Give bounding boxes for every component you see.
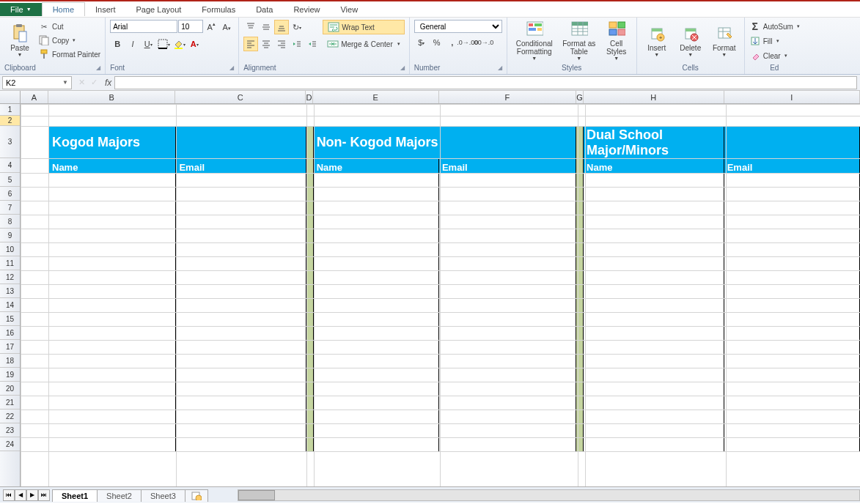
orientation-button[interactable]: ↻▾ — [290, 20, 304, 34]
fill-color-button[interactable]: ▾ — [172, 37, 186, 51]
number-format-combo[interactable]: General — [414, 20, 502, 33]
format-painter-button[interactable]: Format Painter — [38, 48, 100, 61]
bold-button[interactable]: B — [110, 37, 125, 51]
row-header-7[interactable]: 7 — [0, 201, 20, 215]
format-as-table-button[interactable]: Format as Table▼ — [560, 20, 598, 62]
column-header-G[interactable]: G — [576, 91, 584, 103]
column-header-H[interactable]: H — [584, 91, 724, 103]
row-header-12[interactable]: 12 — [0, 270, 20, 284]
row-header-19[interactable]: 19 — [0, 368, 20, 382]
row-header-10[interactable]: 10 — [0, 242, 20, 256]
merge-center-button[interactable]: Merge & Center▾ — [323, 37, 405, 51]
increase-indent-button[interactable] — [305, 37, 320, 51]
name-box[interactable]: K2▼ — [2, 76, 72, 89]
decrease-indent-button[interactable] — [290, 37, 304, 51]
column-header-B[interactable]: B — [48, 91, 176, 103]
align-left-button[interactable] — [243, 37, 258, 51]
accept-formula-icon[interactable]: ✓ — [91, 78, 98, 87]
font-name-combo[interactable] — [110, 20, 177, 33]
fx-label[interactable]: fx — [102, 78, 114, 88]
border-button[interactable]: ▾ — [156, 37, 171, 51]
row-header-13[interactable]: 13 — [0, 284, 20, 298]
sheet-nav-prev[interactable]: ◀ — [15, 489, 26, 501]
dialog-launcher-icon[interactable]: ◢ — [229, 64, 234, 71]
row-header-15[interactable]: 15 — [0, 312, 20, 326]
sheet-tab-1[interactable]: Sheet1 — [52, 489, 98, 502]
scrollbar-thumb[interactable] — [238, 490, 275, 500]
cell-styles-button[interactable]: Cell Styles▼ — [601, 20, 632, 62]
align-right-button[interactable] — [274, 37, 289, 51]
format-cells-button[interactable]: Format▼ — [709, 20, 740, 62]
row-header-9[interactable]: 9 — [0, 229, 20, 242]
currency-button[interactable]: $▾ — [414, 35, 429, 50]
sheet-tab-3[interactable]: Sheet3 — [141, 489, 185, 502]
tab-review[interactable]: Review — [283, 3, 330, 16]
new-sheet-button[interactable] — [185, 489, 208, 502]
decrease-decimal-button[interactable]: .00→.0 — [476, 35, 490, 50]
column-header-C[interactable]: C — [175, 91, 306, 103]
autosum-button[interactable]: ΣAutoSum▾ — [749, 20, 800, 33]
row-header-24[interactable]: 24 — [0, 437, 20, 451]
delete-cells-button[interactable]: Delete▼ — [675, 20, 706, 62]
increase-font-button[interactable]: A▴ — [204, 20, 218, 34]
tab-file[interactable]: File▼ — [0, 3, 42, 16]
row-header-2[interactable]: 2 — [0, 116, 20, 126]
column-header-D[interactable]: D — [306, 91, 313, 103]
font-size-combo[interactable] — [178, 20, 203, 33]
column-header-E[interactable]: E — [313, 91, 439, 103]
cut-button[interactable]: ✂Cut — [38, 20, 100, 33]
italic-button[interactable]: I — [125, 37, 140, 51]
align-top-button[interactable] — [243, 20, 258, 34]
column-header-A[interactable]: A — [21, 91, 48, 103]
dialog-launcher-icon[interactable]: ◢ — [96, 64, 100, 71]
decrease-font-button[interactable]: A▾ — [219, 20, 234, 34]
tab-page-layout[interactable]: Page Layout — [126, 3, 192, 16]
row-header-23[interactable]: 23 — [0, 423, 20, 437]
row-header-4[interactable]: 4 — [0, 158, 20, 173]
row-header-6[interactable]: 6 — [0, 187, 20, 201]
sheet-tab-2[interactable]: Sheet2 — [97, 489, 142, 502]
percent-button[interactable]: % — [430, 35, 444, 50]
dialog-launcher-icon[interactable]: ◢ — [400, 64, 405, 71]
tab-view[interactable]: View — [330, 3, 368, 16]
row-header-20[interactable]: 20 — [0, 382, 20, 396]
font-color-button[interactable]: A▾ — [187, 37, 202, 51]
sheet-nav-last[interactable]: ⏭ — [38, 489, 50, 501]
row-header-17[interactable]: 17 — [0, 340, 20, 354]
row-header-5[interactable]: 5 — [0, 173, 20, 187]
row-header-3[interactable]: 3 — [0, 126, 20, 158]
row-header-22[interactable]: 22 — [0, 410, 20, 423]
copy-button[interactable]: Copy▾ — [38, 34, 100, 47]
sheet-nav-first[interactable]: ⏮ — [3, 489, 15, 501]
insert-cells-button[interactable]: +Insert▼ — [642, 20, 672, 62]
dialog-launcher-icon[interactable]: ◢ — [498, 64, 502, 71]
cancel-formula-icon[interactable]: ✕ — [78, 78, 85, 87]
conditional-formatting-button[interactable]: Conditional Formatting▼ — [512, 20, 557, 62]
formula-input[interactable] — [114, 76, 857, 89]
tab-data[interactable]: Data — [246, 3, 283, 16]
row-header-21[interactable]: 21 — [0, 396, 20, 410]
wrap-text-button[interactable]: Wrap Text — [323, 20, 405, 34]
row-header-18[interactable]: 18 — [0, 354, 20, 368]
fill-button[interactable]: Fill▾ — [749, 34, 779, 48]
row-header-11[interactable]: 11 — [0, 256, 20, 270]
tab-insert[interactable]: Insert — [85, 3, 126, 16]
align-center-button[interactable] — [259, 37, 273, 51]
align-middle-button[interactable] — [259, 20, 273, 34]
column-header-F[interactable]: F — [439, 91, 577, 103]
align-bottom-button[interactable] — [274, 20, 289, 34]
tab-home[interactable]: Home — [42, 2, 85, 16]
cells-area[interactable]: Kogod MajorsNon- Kogod MajorsDual School… — [21, 104, 860, 486]
paste-button[interactable]: Paste ▼ — [4, 20, 35, 62]
select-all-corner[interactable] — [0, 91, 21, 103]
sheet-nav-next[interactable]: ▶ — [26, 489, 38, 501]
tab-formulas[interactable]: Formulas — [191, 3, 246, 16]
row-header-8[interactable]: 8 — [0, 215, 20, 229]
underline-button[interactable]: U▾ — [141, 37, 155, 51]
clear-button[interactable]: Clear▾ — [749, 49, 787, 62]
horizontal-scrollbar[interactable] — [238, 489, 860, 501]
row-header-16[interactable]: 16 — [0, 326, 20, 340]
column-header-I[interactable]: I — [724, 91, 860, 103]
row-header-14[interactable]: 14 — [0, 298, 20, 312]
row-header-1[interactable]: 1 — [0, 104, 20, 116]
